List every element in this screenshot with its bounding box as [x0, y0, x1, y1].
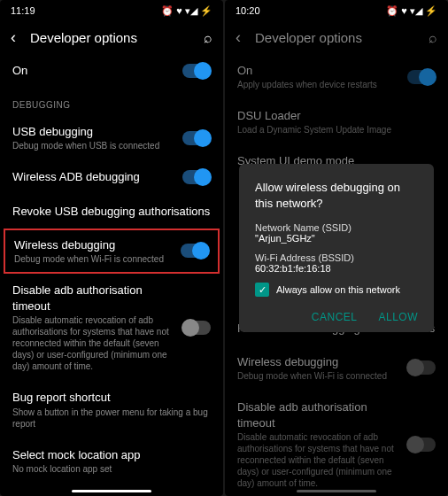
setting-sub: Disable automatic revocation of adb auth…	[12, 314, 174, 372]
setting-title: USB debugging	[12, 124, 174, 140]
highlight-annotation: Wireless debugging Debug mode when Wi-Fi…	[4, 229, 220, 274]
ssid-label: Network Name (SSID)	[255, 222, 418, 233]
usb-debugging-row[interactable]: USB debugging Debug mode when USB is con…	[0, 115, 223, 160]
toggle-master[interactable]	[182, 64, 211, 78]
setting-title: Revoke USB debugging authorisations	[12, 204, 211, 220]
wireless-debugging-row[interactable]: Wireless debugging Debug mode when Wi-Fi…	[5, 230, 218, 272]
header: ‹ Developer options ⌕	[0, 21, 223, 54]
cancel-button[interactable]: CANCEL	[312, 311, 358, 323]
bssid-label: Wi-Fi Address (BSSID)	[255, 252, 418, 263]
dialog-actions: CANCEL ALLOW	[255, 306, 418, 323]
dialog-overlay: Allow wireless debugging on this network…	[225, 0, 448, 496]
always-allow-row[interactable]: ✓ Always allow on this network	[255, 283, 418, 297]
search-icon[interactable]: ⌕	[204, 30, 212, 46]
setting-sub: Debug mode when Wi-Fi is connected	[14, 253, 172, 265]
setting-title: Bug report shortcut	[12, 390, 211, 406]
checkbox-label: Always allow on this network	[276, 284, 400, 295]
allow-button[interactable]: ALLOW	[378, 311, 418, 323]
setting-sub: Debug mode when USB is connected	[12, 140, 174, 151]
toggle-adb-timeout[interactable]	[182, 321, 211, 335]
toggle-wireless-adb[interactable]	[182, 170, 211, 184]
setting-sub: No mock location app set	[12, 463, 211, 475]
back-icon[interactable]: ‹	[11, 28, 16, 47]
status-icons: ⏰ ♥ ▾◢ ⚡	[161, 5, 212, 17]
bugreport-row[interactable]: Bug report shortcut Show a button in the…	[0, 381, 223, 438]
disable-adb-timeout-row[interactable]: Disable adb authorisation timeout Disabl…	[0, 274, 223, 381]
ssid-value: "Arjun_5GHz"	[255, 233, 418, 244]
phone-right: 10:20 ⏰ ♥ ▾◢ ⚡ ‹ Developer options ⌕ On …	[225, 0, 448, 496]
page-title: Developer options	[30, 30, 189, 45]
checkbox-icon[interactable]: ✓	[255, 283, 269, 297]
nav-handle[interactable]	[72, 490, 151, 492]
wireless-adb-row[interactable]: Wireless ADB debugging	[0, 160, 223, 194]
status-bar: 11:19 ⏰ ♥ ▾◢ ⚡	[0, 0, 223, 21]
toggle-wireless-debug[interactable]	[181, 244, 209, 258]
phone-left: 11:19 ⏰ ♥ ▾◢ ⚡ ‹ Developer options ⌕ On …	[0, 0, 223, 496]
mock-location-row[interactable]: Select mock location app No mock locatio…	[0, 438, 223, 484]
section-debugging: DEBUGGING	[0, 88, 223, 115]
bssid-value: 60:32:b1:fe:16:18	[255, 263, 418, 274]
revoke-auth-row[interactable]: Revoke USB debugging authorisations	[0, 195, 223, 229]
master-toggle-row[interactable]: On	[0, 54, 223, 88]
setting-title: Disable adb authorisation timeout	[12, 283, 174, 314]
wireless-debug-dialog: Allow wireless debugging on this network…	[239, 164, 434, 332]
setting-title: Force full GNSS measurements	[12, 492, 174, 496]
clock: 11:19	[11, 5, 35, 16]
setting-title: Wireless ADB debugging	[12, 169, 174, 185]
master-label: On	[12, 63, 174, 79]
dialog-title: Allow wireless debugging on this network…	[255, 180, 418, 212]
toggle-usb-debug[interactable]	[182, 131, 211, 145]
setting-sub: Show a button in the power menu for taki…	[12, 407, 211, 430]
setting-title: Select mock location app	[12, 447, 211, 463]
setting-title: Wireless debugging	[14, 237, 172, 253]
